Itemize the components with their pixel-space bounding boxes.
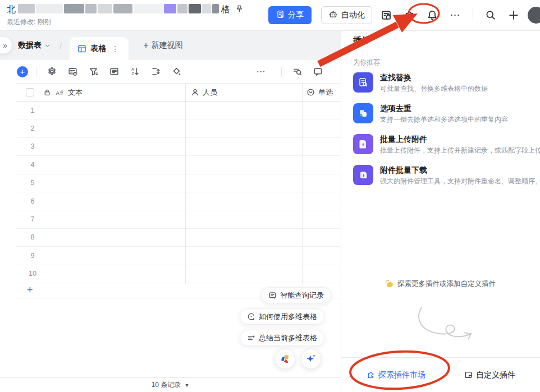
ai-assistant-fab[interactable] xyxy=(301,349,321,369)
table-row[interactable]: 6 xyxy=(16,192,341,210)
table-row[interactable]: 4 xyxy=(16,156,341,174)
plugin-name: 选项去重 xyxy=(380,104,508,113)
custom-plugin-link[interactable]: 自定义插件 xyxy=(464,370,515,380)
user-avatar[interactable] xyxy=(528,7,540,24)
settings-gear-icon[interactable] xyxy=(43,64,60,80)
table-row[interactable]: 10 xyxy=(16,265,341,283)
wave-hand-icon xyxy=(386,280,394,288)
table-row[interactable]: 9 xyxy=(16,247,341,265)
person-icon xyxy=(191,88,199,96)
comment-icon[interactable] xyxy=(309,64,326,80)
select-all-checkbox[interactable] xyxy=(26,88,34,96)
create-new-icon[interactable] xyxy=(505,6,523,24)
grid-header-row: A 文本 人员 单选 xyxy=(16,83,341,102)
column-header-select[interactable]: 单选 xyxy=(302,84,341,101)
plugin-item-batch-upload[interactable]: 批量上传附件 批量上传附件，支持上传并新建记录，或匹配字段上传 xyxy=(353,134,540,155)
smart-query-pill[interactable]: 智能查询记录 xyxy=(261,287,331,303)
table-row[interactable]: 1 xyxy=(16,102,341,119)
filter-icon[interactable] xyxy=(85,64,102,80)
row-height-icon[interactable] xyxy=(147,64,164,80)
sort-icon[interactable]: AZ xyxy=(126,64,143,80)
field-config-icon[interactable] xyxy=(64,64,81,80)
table-view-icon xyxy=(77,44,86,53)
tab-separator: / xyxy=(60,41,62,50)
search-icon[interactable] xyxy=(482,6,500,24)
table-row[interactable]: 3 xyxy=(16,138,341,156)
share-button[interactable]: 分享 xyxy=(268,6,312,24)
automation-button[interactable]: 自动化 xyxy=(321,6,372,24)
lock-icon xyxy=(43,89,51,96)
explore-marketplace-link[interactable]: 探索插件市场 xyxy=(367,370,425,380)
summarize-pill[interactable]: 总结当前多维表格 xyxy=(240,330,324,346)
plugin-item-batch-download[interactable]: 附件批量下载 强大的附件管理工具，支持对附件重命名、调整顺序、 xyxy=(353,165,540,186)
table-row[interactable]: 2 xyxy=(16,119,341,137)
column-separator[interactable] xyxy=(185,83,186,284)
plugin-desc: 强大的附件管理工具，支持对附件重命名、调整顺序、 xyxy=(380,177,540,186)
svg-text:A: A xyxy=(56,89,60,95)
how-to-use-pill[interactable]: 如何使用多维表格 xyxy=(240,308,324,325)
search-records-icon[interactable] xyxy=(289,64,305,80)
plugin-item-option-dedupe[interactable]: 选项去重 支持一键去除单选和多选选项中的重复内容 xyxy=(353,103,540,124)
robot-icon xyxy=(328,10,338,21)
find-replace-icon xyxy=(353,72,373,93)
header-divider xyxy=(473,9,473,21)
recommend-section-title: 为你推荐 xyxy=(353,58,380,67)
new-view-button[interactable]: + 新建视图 xyxy=(143,40,182,50)
svg-text:A: A xyxy=(131,67,134,71)
table-row[interactable]: 8 xyxy=(16,229,341,247)
notification-bell-icon[interactable] xyxy=(423,6,441,24)
column-header-person[interactable]: 人员 xyxy=(185,84,302,101)
plugin-name: 批量上传附件 xyxy=(380,135,540,144)
data-grid: A 文本 人员 单选 1 2 3 4 5 6 7 8 9 10 xyxy=(16,83,341,298)
squiggle-arrow xyxy=(406,303,490,348)
custom-plugin-icon xyxy=(464,371,473,379)
toolbar-divider-2 xyxy=(281,67,282,77)
plugin-list: 查找替换 可批量查找、替换多维表格中的数据 选项去重 支持一键去除单选和多选选项… xyxy=(353,72,540,196)
add-record-button[interactable]: + xyxy=(17,66,28,77)
plugin-panel-title: 插件 xyxy=(353,35,370,46)
datasheet-switcher[interactable]: 数据表 xyxy=(18,40,51,50)
help-guide-icon xyxy=(247,312,255,321)
table-row[interactable]: 5 xyxy=(16,174,341,192)
plugin-icon[interactable] xyxy=(400,6,418,24)
pin-icon[interactable] xyxy=(235,4,244,15)
plugin-desc: 支持一键去除单选和多选选项中的重复内容 xyxy=(380,115,508,124)
paint-format-icon[interactable] xyxy=(168,64,185,80)
record-count-label[interactable]: 10 条记录 xyxy=(152,380,181,390)
marketplace-puzzle-icon xyxy=(367,371,375,379)
plugin-panel-footer: 探索插件市场 自定义插件 xyxy=(341,357,540,392)
grid-toolbar: + AZ ⋯ xyxy=(0,60,341,83)
tab-grid-view[interactable]: 表格 ⋮ xyxy=(70,37,129,60)
apps-logo-fab[interactable] xyxy=(275,349,295,369)
doc-title-end: 格 xyxy=(221,4,230,16)
table-row[interactable]: 7 xyxy=(16,210,341,228)
footer-divider xyxy=(445,371,445,380)
batch-download-icon xyxy=(353,165,373,185)
group-icon[interactable] xyxy=(106,64,122,80)
toolbar-more-button[interactable]: ⋯ xyxy=(253,64,269,80)
plugin-desc: 批量上传附件，支持上传并新建记录，或匹配字段上传 xyxy=(380,146,540,155)
text-field-icon: A xyxy=(55,89,64,96)
doc-title[interactable]: 北 格 xyxy=(7,3,244,16)
plugin-name: 附件批量下载 xyxy=(380,165,540,175)
more-options-button[interactable]: ⋯ xyxy=(446,6,464,24)
plugin-item-find-replace[interactable]: 查找替换 可批量查找、替换多维表格中的数据 xyxy=(353,72,540,93)
form-lock-icon[interactable] xyxy=(377,6,395,24)
plus-icon: + xyxy=(143,40,148,50)
colorful-logo-icon xyxy=(280,353,291,365)
doc-info: 北 格 最近修改: 刚刚 xyxy=(7,3,244,27)
redacted-title-blocks xyxy=(17,4,219,16)
column-header-text[interactable]: A 文本 xyxy=(16,84,185,101)
tab-menu-kebab[interactable]: ⋮ xyxy=(110,44,121,53)
column-separator[interactable] xyxy=(302,83,303,284)
record-count-caret[interactable]: ▼ xyxy=(184,382,189,388)
smart-query-icon xyxy=(268,291,277,299)
batch-upload-icon xyxy=(353,134,373,154)
doc-title-start: 北 xyxy=(7,4,16,16)
option-dedupe-icon xyxy=(353,103,373,123)
top-header: 北 格 最近修改: 刚刚 分享 自动化 xyxy=(0,0,540,31)
expand-sidebar-button[interactable]: » xyxy=(0,36,12,54)
chevron-down-icon xyxy=(44,43,51,49)
plugin-panel: 插件 为你推荐 查找替换 可批量查找、替换多维表格中的数据 选项去重 支持一键去… xyxy=(341,31,540,392)
last-modified-label: 最近修改: 刚刚 xyxy=(7,17,244,27)
